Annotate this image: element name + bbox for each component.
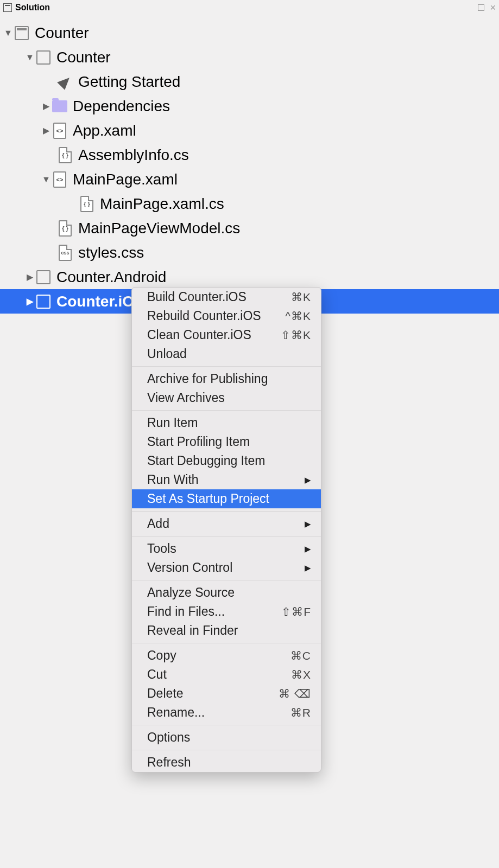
solution-node[interactable]: ▼ Counter	[0, 21, 499, 45]
node-label: App.xaml	[73, 122, 136, 139]
getting-started-node[interactable]: Getting Started	[0, 69, 499, 94]
menu-separator	[132, 511, 321, 512]
styles-css-node[interactable]: css styles.css	[0, 240, 499, 265]
menu-options[interactable]: Options	[132, 728, 321, 747]
shortcut-label: ⌘ ⌫	[279, 687, 311, 700]
cs-file-icon: { }	[59, 147, 72, 163]
rocket-icon	[57, 74, 73, 90]
node-label: Dependencies	[73, 98, 170, 115]
app-xaml-node[interactable]: ▶ <> App.xaml	[0, 118, 499, 143]
menu-unload[interactable]: Unload	[132, 344, 321, 363]
cs-file-icon: { }	[80, 196, 93, 212]
chevron-down-icon[interactable]: ▼	[41, 175, 51, 184]
viewmodel-node[interactable]: { } MainPageViewModel.cs	[0, 216, 499, 240]
node-label: Getting Started	[78, 73, 180, 91]
chevron-down-icon[interactable]: ▼	[25, 53, 35, 62]
menu-copy[interactable]: Copy⌘C	[132, 646, 321, 665]
menu-set-startup[interactable]: Set As Startup Project	[132, 489, 321, 508]
menu-find-in-files[interactable]: Find in Files...⇧⌘F	[132, 602, 321, 621]
menu-analyze[interactable]: Analyze Source	[132, 583, 321, 602]
menu-separator	[132, 410, 321, 411]
menu-start-debugging[interactable]: Start Debugging Item	[132, 451, 321, 470]
mainpage-cs-node[interactable]: { } MainPage.xaml.cs	[0, 192, 499, 216]
menu-rebuild[interactable]: Rebuild Counter.iOS^⌘K	[132, 307, 321, 326]
project-node-android[interactable]: ▶ Counter.Android	[0, 265, 499, 289]
menu-separator	[132, 725, 321, 725]
xaml-file-icon: <>	[53, 171, 66, 188]
menu-run-item[interactable]: Run Item	[132, 413, 321, 432]
menu-refresh[interactable]: Refresh	[132, 753, 321, 772]
chevron-right-icon[interactable]: ▶	[41, 101, 51, 111]
menu-run-with[interactable]: Run With▶	[132, 470, 321, 489]
project-icon	[36, 270, 50, 284]
menu-separator	[132, 536, 321, 537]
panel-header: Solution ×	[0, 0, 499, 15]
chevron-right-icon: ▶	[305, 563, 311, 573]
menu-rename[interactable]: Rename...⌘R	[132, 703, 321, 722]
shortcut-label: ⌘X	[291, 668, 311, 681]
solution-file-icon	[15, 26, 29, 40]
menu-separator	[132, 643, 321, 643]
node-label: MainPageViewModel.cs	[78, 220, 240, 237]
chevron-down-icon[interactable]: ▼	[3, 28, 13, 38]
css-file-icon: css	[59, 245, 72, 261]
menu-version-control[interactable]: Version Control▶	[132, 558, 321, 577]
shortcut-label: ⇧⌘F	[281, 605, 311, 618]
chevron-right-icon[interactable]: ▶	[25, 272, 35, 282]
node-label: Counter	[56, 49, 111, 66]
chevron-right-icon[interactable]: ▶	[25, 296, 35, 307]
shortcut-label: ⌘C	[290, 649, 311, 662]
solution-icon	[3, 3, 12, 12]
node-label: MainPage.xaml	[73, 171, 178, 188]
project-icon	[36, 295, 50, 309]
node-label: AssemblyInfo.cs	[78, 146, 189, 164]
menu-separator	[132, 366, 321, 367]
node-label: Counter.Android	[56, 269, 166, 286]
mainpage-xaml-node[interactable]: ▼ <> MainPage.xaml	[0, 167, 499, 192]
panel-title: Solution	[15, 3, 50, 12]
shortcut-label: ⇧⌘K	[281, 329, 311, 342]
menu-archive[interactable]: Archive for Publishing	[132, 369, 321, 388]
menu-start-profiling[interactable]: Start Profiling Item	[132, 432, 321, 451]
menu-build[interactable]: Build Counter.iOS⌘K	[132, 288, 321, 307]
menu-cut[interactable]: Cut⌘X	[132, 665, 321, 684]
chevron-right-icon[interactable]: ▶	[41, 125, 51, 136]
menu-view-archives[interactable]: View Archives	[132, 388, 321, 407]
chevron-right-icon: ▶	[305, 475, 311, 485]
shortcut-label: ⌘K	[291, 291, 311, 304]
menu-add[interactable]: Add▶	[132, 514, 321, 533]
solution-tree: ▼ Counter ▼ Counter Getting Started ▶ De…	[0, 15, 499, 314]
menu-separator	[132, 750, 321, 750]
menu-reveal-in-finder[interactable]: Reveal in Finder	[132, 621, 321, 640]
close-icon[interactable]: ×	[490, 2, 496, 14]
menu-delete[interactable]: Delete⌘ ⌫	[132, 684, 321, 703]
menu-clean[interactable]: Clean Counter.iOS⇧⌘K	[132, 326, 321, 344]
dependencies-node[interactable]: ▶ Dependencies	[0, 94, 499, 118]
cs-file-icon: { }	[59, 220, 72, 237]
chevron-right-icon: ▶	[305, 544, 311, 554]
menu-separator	[132, 580, 321, 580]
context-menu: Build Counter.iOS⌘K Rebuild Counter.iOS^…	[131, 287, 321, 773]
shortcut-label: ^⌘K	[285, 310, 311, 323]
node-label: styles.css	[78, 244, 144, 261]
folder-icon	[52, 100, 67, 112]
shortcut-label: ⌘R	[290, 706, 311, 719]
node-label: MainPage.xaml.cs	[100, 195, 224, 213]
node-label: Counter	[35, 24, 89, 42]
assembly-info-node[interactable]: { } AssemblyInfo.cs	[0, 143, 499, 167]
menu-tools[interactable]: Tools▶	[132, 539, 321, 558]
detach-icon[interactable]	[478, 4, 484, 11]
xaml-file-icon: <>	[53, 123, 66, 139]
project-icon	[36, 50, 50, 65]
project-node-counter[interactable]: ▼ Counter	[0, 45, 499, 69]
chevron-right-icon: ▶	[305, 519, 311, 529]
